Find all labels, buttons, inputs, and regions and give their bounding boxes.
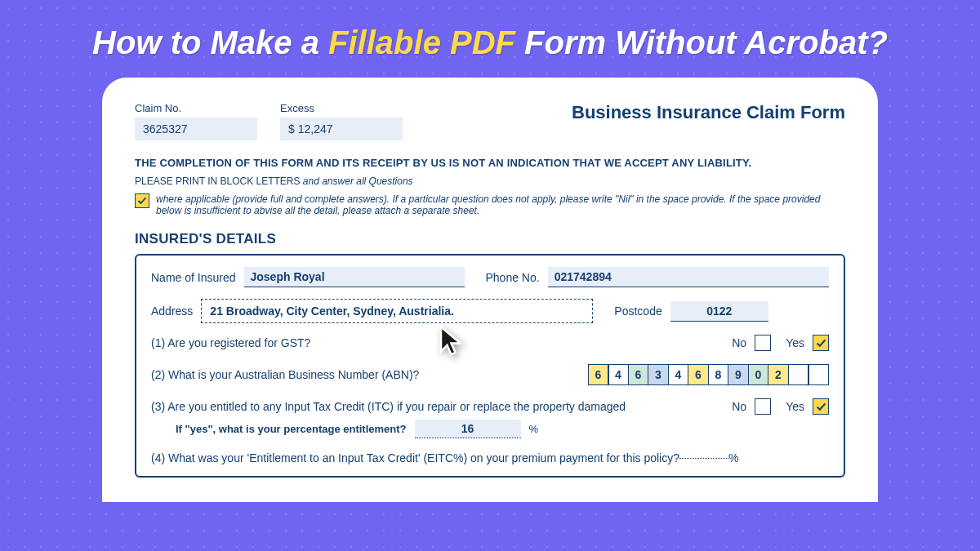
- abn-cell-10[interactable]: [788, 364, 809, 385]
- claim-no-label: Claim No.: [135, 102, 257, 114]
- q1-no-checkbox[interactable]: [755, 335, 771, 351]
- abn-cell-6[interactable]: 8: [708, 364, 729, 385]
- q4-percent-sign: %: [728, 451, 738, 464]
- q1-no-label: No: [732, 336, 746, 349]
- abn-input-boxes[interactable]: 6 4 6 3 4 6 8 9 0 2: [588, 364, 830, 385]
- check-icon: [135, 193, 149, 208]
- abn-cell-1[interactable]: 4: [608, 364, 629, 385]
- cursor-pointer-icon: [437, 325, 470, 358]
- page-headline: How to Make a Fillable PDF Form Without …: [0, 0, 980, 78]
- instruction-line: PLEASE PRINT IN BLOCK LETTERS and answer…: [135, 176, 845, 187]
- abn-cell-9[interactable]: 2: [768, 364, 789, 385]
- abn-cell-8[interactable]: 0: [748, 364, 769, 385]
- headline-part1: How to Make a: [92, 24, 328, 60]
- instruction-plain: PLEASE PRINT IN BLOCK LETTERS: [135, 176, 303, 187]
- headline-highlight: Fillable PDF: [328, 24, 515, 60]
- q3-yes-label: Yes: [786, 400, 804, 413]
- q1-yes-checkbox[interactable]: [813, 335, 829, 351]
- form-card: Claim No. 3625327 Excess $ 12,247 Busine…: [102, 78, 878, 502]
- q2-text: (2) What is your Australian Business Num…: [151, 368, 588, 381]
- q4-blank-input[interactable]: [679, 458, 728, 459]
- excess-input[interactable]: $ 12,247: [280, 118, 403, 140]
- q3-no-checkbox[interactable]: [755, 398, 771, 415]
- address-label: Address: [151, 304, 193, 318]
- abn-cell-3[interactable]: 3: [648, 364, 669, 385]
- question-1-row: (1) Are you registered for GST? No Yes: [151, 335, 829, 351]
- phone-input[interactable]: 021742894: [548, 267, 829, 287]
- q3-sub-row: If "yes", what is your percentage entitl…: [176, 420, 829, 438]
- abn-cell-0[interactable]: 6: [588, 364, 609, 385]
- abn-cell-4[interactable]: 4: [668, 364, 689, 385]
- claim-no-group: Claim No. 3625327: [135, 102, 257, 140]
- q1-yes-label: Yes: [786, 336, 804, 349]
- claim-no-input[interactable]: 3625327: [135, 118, 257, 140]
- check-instruction-line: where applicable (provide full and compl…: [135, 193, 845, 216]
- q3-yes-checkbox[interactable]: [813, 398, 829, 415]
- instruction-italic: and answer all Questions: [303, 176, 413, 187]
- check-instruction-text: where applicable (provide full and compl…: [156, 193, 845, 216]
- q3-percent-sign: %: [529, 423, 539, 435]
- abn-cell-11[interactable]: [808, 364, 829, 385]
- q3-percentage-input[interactable]: 16: [415, 420, 521, 438]
- disclaimer-text: THE COMPLETION OF THIS FORM AND ITS RECE…: [135, 157, 845, 169]
- form-title: Business Insurance Claim Form: [572, 102, 845, 123]
- address-input[interactable]: 21 Broadway, City Center, Sydney, Austri…: [201, 299, 593, 323]
- abn-cell-5[interactable]: 6: [688, 364, 709, 385]
- name-input[interactable]: Joseph Royal: [244, 267, 465, 287]
- abn-cell-7[interactable]: 9: [728, 364, 749, 385]
- phone-label: Phone No.: [486, 271, 540, 284]
- insured-details-box: Name of Insured Joseph Royal Phone No. 0…: [135, 254, 845, 478]
- headline-part2: Form Without Acrobat?: [515, 24, 888, 60]
- abn-cell-2[interactable]: 6: [628, 364, 649, 385]
- excess-group: Excess $ 12,247: [280, 102, 403, 140]
- q3-no-label: No: [732, 400, 746, 413]
- q3-text: (3) Are you entitled to any Input Tax Cr…: [151, 400, 732, 413]
- postcode-label: Postcode: [614, 304, 662, 318]
- q4-text: (4) What was your 'Entitlement to an Inp…: [151, 451, 679, 464]
- question-4-row: (4) What was your 'Entitlement to an Inp…: [151, 451, 829, 464]
- q3-sub-label: If "yes", what is your percentage entitl…: [176, 423, 407, 435]
- name-label: Name of Insured: [151, 271, 236, 284]
- excess-label: Excess: [280, 102, 403, 114]
- question-2-row: (2) What is your Australian Business Num…: [151, 364, 829, 385]
- question-3-row: (3) Are you entitled to any Input Tax Cr…: [151, 398, 829, 415]
- postcode-input[interactable]: 0122: [670, 301, 768, 322]
- insured-details-title: INSURED'S DETAILS: [135, 231, 845, 247]
